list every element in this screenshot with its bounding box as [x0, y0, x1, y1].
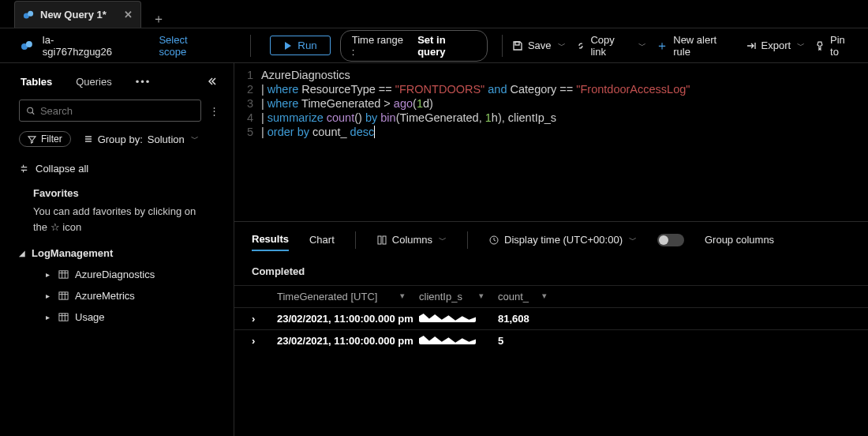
table-icon: [58, 291, 69, 301]
more-vert-icon[interactable]: ⋮: [209, 105, 219, 117]
cell-ip: [419, 335, 498, 347]
query-status: Completed: [234, 257, 868, 285]
export-button[interactable]: Export﹀: [746, 39, 806, 51]
table-row[interactable]: › 23/02/2021, 11:00:00.000 pm 81,608: [234, 307, 868, 329]
display-time-button[interactable]: Display time (UTC+00:00)﹀: [488, 234, 637, 246]
table-icon: [58, 312, 69, 322]
cell-count: 5: [498, 335, 561, 347]
separator: [355, 231, 356, 249]
svg-rect-7: [59, 292, 68, 299]
group-by-dropdown[interactable]: Group by: Solution ﹀: [84, 133, 199, 145]
export-icon: [746, 40, 757, 51]
tab-results[interactable]: Results: [252, 228, 289, 251]
query-tab-icon: [23, 9, 34, 21]
col-clientip[interactable]: clientIp_s: [419, 291, 462, 303]
results-grid: TimeGenerated [UTC]▾ clientIp_s▾ count_▾…: [234, 285, 868, 351]
cell-time: 23/02/2021, 11:00:00.000 pm: [277, 313, 419, 325]
search-input[interactable]: [19, 100, 201, 122]
filter-icon[interactable]: ▾: [479, 291, 484, 303]
tab-queries[interactable]: Queries: [76, 76, 112, 88]
cell-time: 23/02/2021, 11:00:00.000 pm: [277, 335, 419, 347]
play-icon: [283, 41, 293, 51]
table-azuremetrics[interactable]: ▸ AzureMetrics: [19, 285, 219, 306]
table-azurediagnostics[interactable]: ▸ AzureDiagnostics: [19, 264, 219, 285]
filter-icon: [28, 135, 36, 144]
filter-button[interactable]: Filter: [19, 131, 71, 147]
close-icon[interactable]: ✕: [124, 9, 133, 21]
line-number: 3: [242, 96, 261, 111]
copy-link-button[interactable]: Copy link﹀: [575, 34, 647, 58]
filter-icon[interactable]: ▾: [400, 291, 405, 303]
command-bar: la-sgi767hzgug26 Select scope Run Time r…: [0, 28, 868, 63]
table-icon: [58, 269, 69, 280]
svg-rect-10: [383, 236, 386, 244]
columns-icon: [376, 235, 387, 246]
grid-header: TimeGenerated [UTC]▾ clientIp_s▾ count_▾: [234, 285, 868, 307]
save-icon: [512, 40, 523, 51]
cell-count: 81,608: [498, 313, 561, 325]
separator: [250, 35, 251, 57]
tab-chart[interactable]: Chart: [309, 229, 335, 250]
tab-bar: New Query 1* ✕ ＋: [0, 0, 868, 28]
filter-icon[interactable]: ▾: [542, 291, 547, 303]
pin-button[interactable]: Pin to: [814, 34, 856, 58]
link-icon: [575, 40, 586, 51]
section-logmanagement[interactable]: ◢ LogManagement: [19, 242, 219, 264]
add-tab-button[interactable]: ＋: [152, 11, 165, 28]
separator: [467, 231, 468, 249]
cell-ip: [419, 313, 498, 325]
expand-row-icon[interactable]: ›: [252, 313, 277, 325]
expand-row-icon[interactable]: ›: [252, 335, 277, 347]
chevron-down-icon: ﹀: [439, 235, 447, 246]
workspace-icon: [21, 39, 33, 52]
save-button[interactable]: Save﹀: [512, 39, 566, 51]
select-scope-link[interactable]: Select scope: [159, 34, 217, 58]
chevron-down-icon: ﹀: [629, 235, 637, 246]
query-tab[interactable]: New Query 1* ✕: [14, 1, 141, 28]
search-icon: [26, 106, 36, 116]
new-alert-button[interactable]: ＋ New alert rule: [656, 34, 735, 58]
query-tab-title: New Query 1*: [40, 9, 107, 21]
table-usage[interactable]: ▸ Usage: [19, 306, 219, 328]
pin-icon: [814, 40, 825, 51]
plus-icon: ＋: [656, 41, 668, 51]
svg-rect-4: [515, 42, 519, 45]
line-number: 1: [242, 68, 261, 82]
run-button[interactable]: Run: [270, 36, 330, 55]
query-editor[interactable]: 1AzureDiagnostics 2| where ResourceType …: [234, 63, 868, 221]
chevron-down-icon: ﹀: [797, 40, 805, 51]
col-count[interactable]: count_: [498, 291, 529, 303]
svg-rect-8: [59, 314, 68, 321]
list-icon: [84, 134, 93, 144]
line-number: 5: [242, 125, 261, 139]
favorites-heading: Favorites: [19, 179, 219, 204]
time-range-chip[interactable]: Time range : Set in query: [340, 30, 488, 62]
chevron-down-icon: ﹀: [638, 40, 646, 51]
svg-point-1: [28, 10, 33, 16]
collapse-panel-icon[interactable]: [208, 76, 219, 87]
columns-button[interactable]: Columns﹀: [376, 234, 447, 246]
line-number: 2: [242, 82, 261, 96]
search-field[interactable]: [40, 105, 194, 117]
chevron-down-icon: ﹀: [191, 133, 199, 145]
svg-rect-9: [378, 236, 381, 244]
caret-right-icon: ▸: [46, 270, 52, 279]
favorites-hint: You can add favorites by clicking on the…: [19, 204, 219, 242]
group-columns-toggle[interactable]: [657, 234, 684, 246]
caret-down-icon: ◢: [19, 249, 25, 257]
chevron-down-icon: ﹀: [558, 40, 566, 51]
collapse-all-button[interactable]: Collapse all: [19, 158, 219, 179]
collapse-all-icon: [19, 164, 29, 174]
caret-right-icon: ▸: [46, 313, 52, 321]
time-range-label: Time range :: [352, 34, 409, 58]
line-number: 4: [242, 111, 261, 125]
group-columns-label: Group columns: [705, 234, 774, 246]
clock-icon: [488, 235, 499, 246]
table-row[interactable]: › 23/02/2021, 11:00:00.000 pm 5: [234, 329, 868, 351]
editor-pane: 1AzureDiagnostics 2| where ResourceType …: [234, 63, 868, 436]
svg-point-3: [26, 41, 32, 47]
col-timegenerated[interactable]: TimeGenerated [UTC]: [277, 291, 377, 303]
tab-tables[interactable]: Tables: [21, 76, 52, 88]
more-button[interactable]: •••: [136, 76, 152, 88]
caret-right-icon: ▸: [46, 291, 52, 300]
